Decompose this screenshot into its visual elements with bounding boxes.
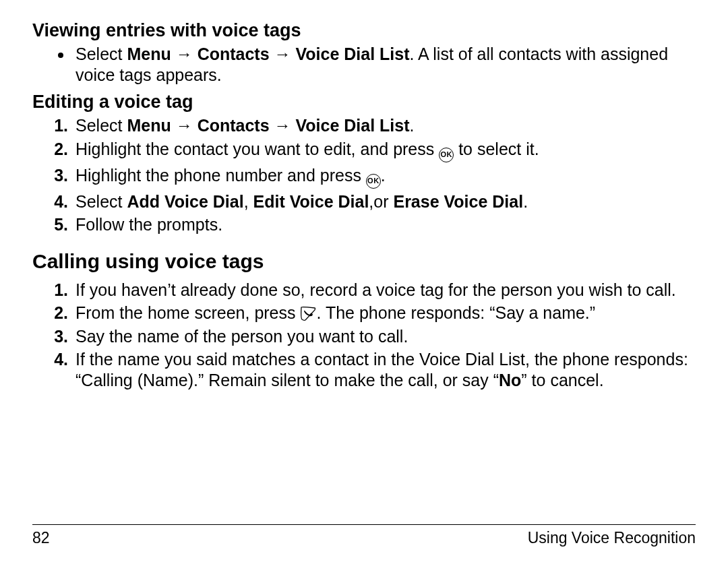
text: ,or bbox=[369, 192, 393, 211]
page-footer: 82 Using Voice Recognition bbox=[32, 524, 696, 547]
list-item: Select Add Voice Dial, Edit Voice Dial,o… bbox=[73, 191, 696, 212]
text: Select bbox=[75, 116, 127, 135]
text: . bbox=[523, 192, 528, 211]
list-item: Highlight the phone number and press OK. bbox=[73, 165, 696, 189]
voice-dial-list-label: Voice Dial List bbox=[296, 116, 410, 135]
text: . The phone responds: “Say a name.” bbox=[316, 303, 595, 322]
list-item: From the home screen, press . The phone … bbox=[73, 303, 696, 323]
list-item: If you haven’t already done so, record a… bbox=[73, 280, 696, 301]
call-key-icon bbox=[300, 306, 316, 321]
text: From the home screen, press bbox=[75, 303, 300, 322]
text: Select bbox=[75, 44, 127, 63]
heading-editing-voice-tag: Editing a voice tag bbox=[32, 92, 696, 113]
menu-label: Menu bbox=[127, 44, 171, 63]
heading-calling-using-voice-tags: Calling using voice tags bbox=[32, 250, 696, 273]
list-item: Select Menu → Contacts → Voice Dial List… bbox=[73, 44, 696, 85]
list-editing-voice-tag: Select Menu → Contacts → Voice Dial List… bbox=[32, 115, 696, 235]
list-calling-using-voice-tags: If you haven’t already done so, record a… bbox=[32, 280, 696, 391]
list-item: Select Menu → Contacts → Voice Dial List… bbox=[73, 115, 696, 136]
voice-dial-list-label: Voice Dial List bbox=[296, 44, 410, 63]
list-item: Follow the prompts. bbox=[73, 214, 696, 235]
text: Say the name of the person you want to c… bbox=[75, 327, 408, 346]
list-item: Highlight the contact you want to edit, … bbox=[73, 139, 696, 162]
arrow: → bbox=[171, 44, 198, 63]
menu-label: Menu bbox=[127, 116, 171, 135]
contacts-label: Contacts bbox=[198, 116, 270, 135]
text: Highlight the phone number and press bbox=[75, 166, 366, 185]
contacts-label: Contacts bbox=[198, 44, 270, 63]
text: . bbox=[381, 166, 386, 185]
text: ” to cancel. bbox=[521, 371, 603, 389]
page-number: 82 bbox=[32, 529, 50, 547]
text: Select bbox=[75, 192, 127, 211]
manual-page: Viewing entries with voice tags Select M… bbox=[0, 0, 728, 562]
ok-icon: OK bbox=[439, 148, 454, 162]
text: to select it. bbox=[454, 139, 539, 158]
text: Follow the prompts. bbox=[75, 215, 222, 234]
text: If you haven’t already done so, record a… bbox=[75, 280, 676, 299]
list-viewing-entries: Select Menu → Contacts → Voice Dial List… bbox=[32, 44, 696, 85]
divider bbox=[32, 524, 696, 525]
text: Highlight the contact you want to edit, … bbox=[75, 139, 439, 158]
edit-voice-dial-label: Edit Voice Dial bbox=[253, 192, 369, 211]
list-item: Say the name of the person you want to c… bbox=[73, 326, 696, 347]
section-title: Using Voice Recognition bbox=[528, 529, 696, 547]
erase-voice-dial-label: Erase Voice Dial bbox=[393, 192, 523, 211]
arrow: → bbox=[171, 116, 198, 135]
heading-viewing-entries: Viewing entries with voice tags bbox=[32, 20, 696, 41]
text: . bbox=[410, 116, 415, 135]
ok-icon: OK bbox=[366, 174, 381, 189]
list-item: If the name you said matches a contact i… bbox=[73, 349, 696, 390]
arrow: → bbox=[270, 44, 296, 63]
text: , bbox=[244, 192, 253, 211]
add-voice-dial-label: Add Voice Dial bbox=[127, 192, 243, 211]
no-label: No bbox=[499, 371, 521, 389]
arrow: → bbox=[270, 116, 296, 135]
